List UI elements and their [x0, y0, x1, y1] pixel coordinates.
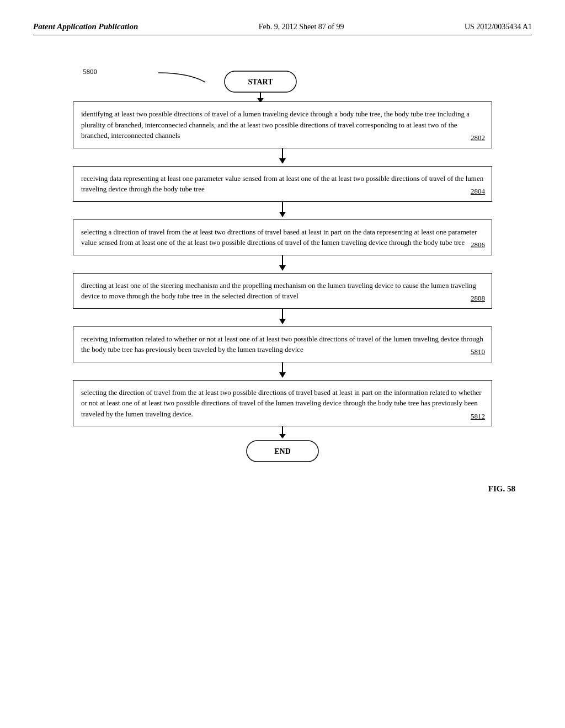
flow-box-2804: receiving data representing at least one… [73, 166, 492, 202]
arrow-3 [73, 255, 492, 273]
page: Patent Application Publication Feb. 9, 2… [0, 0, 565, 728]
arrow-6: END [73, 426, 492, 468]
box-5812-number: 5812 [471, 411, 485, 422]
svg-text:END: END [274, 447, 291, 456]
arrow-svg-2 [73, 202, 492, 220]
arrow-4 [73, 309, 492, 326]
svg-marker-7 [279, 212, 286, 217]
figure-label: FIG. 58 [33, 484, 532, 494]
end-arrow-svg: END [73, 426, 492, 468]
publication-label: Patent Application Publication [33, 22, 138, 31]
box-2806-number: 2806 [471, 239, 485, 250]
arrow-svg-1 [73, 148, 492, 166]
box-2808-text: directing at least one of the steering m… [81, 281, 476, 301]
flowchart-diagram: 5800 START identifying at least two poss… [33, 57, 532, 473]
page-header: Patent Application Publication Feb. 9, 2… [33, 22, 532, 35]
start-group: 5800 START [33, 63, 532, 101]
start-arrow-svg: START [73, 63, 492, 101]
arrow-svg-4 [73, 309, 492, 326]
arrow-2 [73, 202, 492, 220]
flow-box-2802: identifying at least two possible direct… [73, 101, 492, 148]
box-2802-number: 2802 [471, 132, 485, 143]
flow-box-5810: receiving information related to whether… [73, 326, 492, 362]
box-2804-number: 2804 [471, 186, 485, 197]
flow-box-2806: selecting a direction of travel from the… [73, 220, 492, 255]
box-5810-text: receiving information related to whether… [81, 335, 483, 354]
svg-text:START: START [248, 78, 273, 86]
patent-number-label: US 2012/0035434 A1 [465, 23, 532, 31]
box-5810-number: 5810 [471, 346, 485, 357]
box-5812-text: selecting the direction of travel from t… [81, 388, 482, 418]
arrow-svg-3 [73, 255, 492, 273]
date-sheet-label: Feb. 9, 2012 Sheet 87 of 99 [259, 23, 344, 31]
diagram-label-5800: 5800 [83, 67, 97, 76]
flow-box-5812: selecting the direction of travel from t… [73, 380, 492, 427]
svg-marker-5 [279, 158, 286, 164]
svg-marker-9 [279, 265, 286, 271]
box-2804-text: receiving data representing at least one… [81, 174, 483, 194]
box-2802-text: identifying at least two possible direct… [81, 110, 470, 140]
svg-marker-13 [279, 372, 286, 378]
flow-box-2808: directing at least one of the steering m… [73, 273, 492, 309]
svg-marker-15 [279, 434, 286, 438]
arrow-svg-5 [73, 362, 492, 380]
box-2808-number: 2808 [471, 293, 485, 304]
arrow-1 [73, 148, 492, 166]
svg-marker-11 [279, 319, 286, 324]
box-2806-text: selecting a direction of travel from the… [81, 228, 477, 247]
arrow-5 [73, 362, 492, 380]
